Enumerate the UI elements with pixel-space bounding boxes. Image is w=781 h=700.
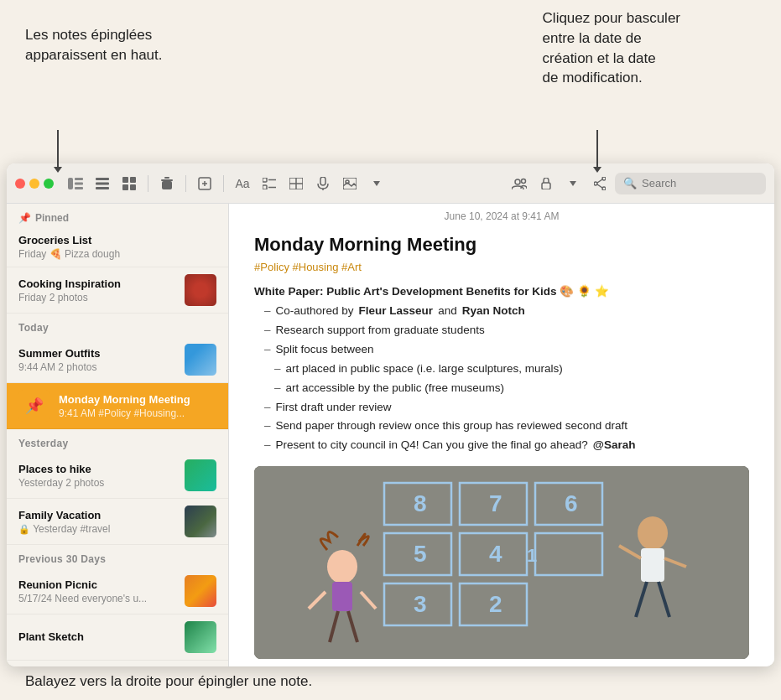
close-button[interactable] — [15, 179, 25, 189]
note-item-cooking[interactable]: Cooking Inspiration Friday 2 photos — [7, 267, 228, 314]
lock-button[interactable] — [534, 172, 558, 195]
share-button[interactable] — [588, 172, 612, 195]
svg-line-35 — [597, 184, 602, 188]
svg-rect-2 — [75, 182, 83, 184]
note-item-plant[interactable]: Plant Sketch — [7, 614, 228, 661]
svg-rect-10 — [130, 184, 136, 190]
note-title-cooking: Cooking Inspiration — [18, 277, 176, 290]
note-text-summer: Summer Outfits 9:44 AM 2 photos — [18, 347, 176, 373]
pinned-section-header: 📌 Pinned — [7, 204, 228, 227]
note-text-places: Places to hike Yesterday 2 photos — [18, 463, 176, 489]
svg-point-28 — [515, 179, 520, 184]
list-item-5: Send paper through review once this grou… — [264, 417, 749, 435]
note-text-plant: Plant Sketch — [18, 630, 176, 645]
svg-rect-9 — [122, 184, 128, 190]
annotation-left: Les notes épinglées apparaissent en haut… — [25, 25, 163, 65]
note-view: June 10, 2024 at 9:41 AM Monday Morning … — [229, 204, 774, 666]
svg-point-59 — [638, 516, 668, 550]
fullscreen-button[interactable] — [44, 179, 54, 189]
note-heading: Monday Morning Meeting — [254, 234, 749, 256]
list-item-6: Present to city council in Q4! Can you g… — [264, 437, 749, 454]
svg-text:7: 7 — [489, 490, 502, 516]
font-button[interactable]: Aa — [231, 172, 254, 195]
svg-rect-12 — [164, 177, 169, 179]
list-view-button[interactable] — [91, 172, 114, 195]
traffic-lights — [15, 179, 54, 189]
note-title-summer: Summer Outfits — [18, 347, 176, 360]
compose-button[interactable] — [193, 172, 216, 195]
svg-text:2: 2 — [489, 591, 502, 617]
note-meta-monday: 9:41 AM #Policy #Housing... — [59, 407, 216, 419]
collaboration-button[interactable] — [508, 172, 531, 195]
note-paper-title: White Paper: Public Art's Development Be… — [254, 283, 749, 301]
note-image: 8 7 6 5 4 3 2 1 — [254, 466, 749, 659]
note-item-places[interactable]: Places to hike Yesterday 2 photos — [7, 453, 228, 499]
arrow-left — [57, 130, 59, 168]
minimize-button[interactable] — [29, 179, 39, 189]
note-title-monday: Monday Morning Meeting — [59, 393, 216, 406]
grid-view-button[interactable] — [117, 172, 141, 195]
note-thumb-cooking — [185, 274, 216, 306]
search-input[interactable] — [642, 177, 758, 189]
arrow-right — [596, 130, 598, 168]
svg-rect-1 — [75, 178, 83, 180]
active-pin-badge: 📌 — [18, 390, 50, 422]
sidebar-toggle-button[interactable] — [64, 172, 87, 195]
note-item-family[interactable]: Family Vacation 🔒 Yesterday #travel — [7, 499, 228, 545]
table-button[interactable] — [284, 172, 308, 195]
media-button[interactable] — [338, 172, 362, 195]
sub-item-1: art placed in public space (i.e. large s… — [274, 360, 749, 378]
delete-button[interactable] — [155, 172, 179, 195]
note-item-groceries[interactable]: Groceries List Friday 🍕 Pizza dough — [7, 227, 228, 267]
list-item-1: Co-authored by Fleur Lasseur and Ryan No… — [264, 303, 749, 320]
list-item-4: First draft under review — [264, 399, 749, 417]
note-body: White Paper: Public Art's Development Be… — [254, 283, 749, 659]
toolbar-separator-3 — [223, 175, 224, 192]
svg-text:6: 6 — [565, 490, 578, 516]
hopscotch-scene: 8 7 6 5 4 3 2 1 — [254, 466, 749, 659]
list-item-2: Research support from graduate students — [264, 322, 749, 340]
svg-rect-5 — [96, 182, 109, 184]
note-meta-cooking: Friday 2 photos — [18, 292, 176, 303]
sidebar: 📌 Pinned Groceries List Friday 🍕 Pizza d… — [7, 204, 229, 666]
svg-rect-54 — [332, 582, 352, 611]
svg-rect-13 — [162, 181, 172, 189]
note-meta-places: Yesterday 2 photos — [18, 477, 176, 489]
media-dropdown-button[interactable] — [365, 172, 388, 195]
note-title-groceries: Groceries List — [18, 234, 216, 246]
prev30-section-header: Previous 30 Days — [7, 545, 228, 568]
svg-rect-19 — [263, 185, 267, 189]
note-thumb-reunion — [185, 575, 216, 607]
lock-dropdown-button[interactable] — [561, 172, 585, 195]
note-title-family: Family Vacation — [18, 509, 176, 521]
pin-icon: 📌 — [18, 212, 31, 224]
checklist-button[interactable] — [258, 172, 281, 195]
search-box: 🔍 — [615, 173, 766, 194]
svg-text:5: 5 — [414, 541, 427, 567]
svg-rect-4 — [96, 178, 109, 180]
svg-rect-8 — [130, 177, 136, 183]
note-item-summer[interactable]: Summer Outfits 9:44 AM 2 photos — [7, 337, 228, 383]
note-item-monday[interactable]: 📌 Monday Morning Meeting 9:41 AM #Policy… — [7, 383, 228, 429]
note-meta-reunion: 5/17/24 Need everyone's u... — [18, 593, 176, 604]
note-date-bar[interactable]: June 10, 2024 at 9:41 AM — [229, 204, 774, 226]
note-bullet-list: Co-authored by Fleur Lasseur and Ryan No… — [254, 303, 749, 359]
note-text-family: Family Vacation 🔒 Yesterday #travel — [18, 509, 176, 535]
toolbar-separator-1 — [148, 175, 148, 192]
note-title-reunion: Reunion Picnic — [18, 578, 176, 591]
note-text-cooking: Cooking Inspiration Friday 2 photos — [18, 277, 176, 303]
svg-point-33 — [602, 187, 606, 190]
sub-item-2: art accessible by the public (free museu… — [274, 380, 749, 397]
note-text-monday: Monday Morning Meeting 9:41 AM #Policy #… — [59, 393, 216, 419]
today-section-header: Today — [7, 314, 228, 337]
note-item-reunion[interactable]: Reunion Picnic 5/17/24 Need everyone's u… — [7, 568, 228, 614]
audio-button[interactable] — [311, 172, 335, 195]
list-item-3: Split focus between — [264, 341, 749, 359]
annotation-right: Cliquez pour basculer entre la date de c… — [543, 8, 680, 88]
annotation-bottom: Balayez vers la droite pour épingler une… — [25, 673, 312, 690]
family-meta-text: Yesterday #travel — [33, 523, 110, 535]
note-meta-groceries: Friday 🍕 Pizza dough — [18, 248, 216, 260]
svg-rect-60 — [641, 548, 664, 582]
note-text-groceries: Groceries List Friday 🍕 Pizza dough — [18, 234, 216, 260]
svg-point-53 — [327, 550, 357, 583]
